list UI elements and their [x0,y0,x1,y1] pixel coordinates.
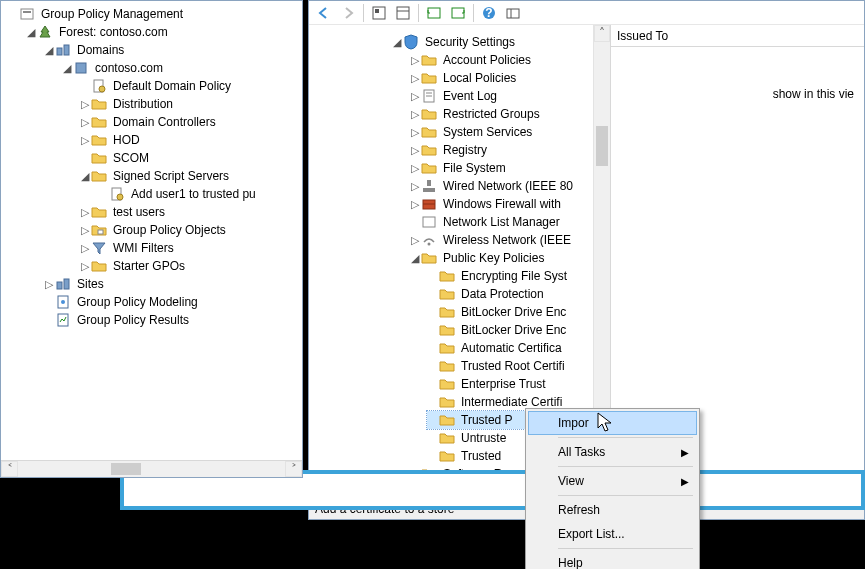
scroll-right-arrow[interactable]: ˃ [285,461,302,477]
tree-data-protection[interactable]: Data Protection [427,285,593,303]
svg-rect-29 [57,282,62,289]
tree-ou-scom[interactable]: SCOM [79,149,302,167]
tree-trusted-root[interactable]: Trusted Root Certifi [427,357,593,375]
svg-rect-22 [64,45,69,55]
ctx-all-tasks[interactable]: All Tasks▶ [528,440,697,464]
ctx-export-list[interactable]: Export List... [528,522,697,546]
expand-icon[interactable]: ▷ [409,180,421,192]
scroll-thumb[interactable] [111,463,141,475]
results-icon [55,312,71,328]
folder-icon [421,70,437,86]
tree-ou-test-users[interactable]: ▷test users [79,203,302,221]
expand-icon[interactable]: ▷ [79,98,91,110]
gpo-container-icon [91,222,107,238]
svg-rect-2 [397,7,409,19]
tree-domain-contoso[interactable]: ◢ contoso.com [61,59,302,77]
svg-rect-20 [23,11,31,13]
svg-point-27 [117,194,123,200]
empty-results-message: show in this vie [611,47,864,101]
expand-icon[interactable]: ▷ [409,144,421,156]
tree-local-policies[interactable]: ▷Local Policies [409,69,593,87]
expand-icon[interactable]: ▷ [409,72,421,84]
menu-separator [558,437,693,438]
tree-gp-modeling[interactable]: Group Policy Modeling [43,293,302,311]
tree-gp-results[interactable]: Group Policy Results [43,311,302,329]
tree-restricted-groups[interactable]: ▷Restricted Groups [409,105,593,123]
scroll-left-arrow[interactable]: ˂ [1,461,18,477]
tree-file-system[interactable]: ▷File System [409,159,593,177]
tree-domains[interactable]: ◢ Domains [43,41,302,59]
tree-ou-signed-script-servers[interactable]: ◢Signed Script Servers [79,167,302,185]
tb-icon-2[interactable] [392,3,414,23]
expand-icon[interactable]: ▷ [43,278,55,290]
horizontal-scrollbar[interactable]: ˂ ˃ [1,460,302,477]
expand-icon[interactable]: ▷ [409,162,421,174]
tree-sites[interactable]: ▷Sites [43,275,302,293]
scroll-thumb[interactable] [596,126,608,166]
expand-icon[interactable]: ▷ [79,206,91,218]
tree-starter-gpos[interactable]: ▷Starter GPOs [79,257,302,275]
nav-forward-button[interactable] [337,3,359,23]
svg-rect-13 [423,188,435,192]
scroll-up-arrow[interactable]: ˄ [594,25,610,42]
expand-icon[interactable]: ▷ [409,90,421,102]
collapse-icon[interactable]: ◢ [79,170,91,182]
tree-public-key-policies[interactable]: ◢Public Key Policies [409,249,593,267]
forest-icon [37,24,53,40]
tree-account-policies[interactable]: ▷Account Policies [409,51,593,69]
expand-icon[interactable]: ▷ [409,198,421,210]
help-icon[interactable]: ? [478,3,500,23]
expand-icon[interactable]: ▷ [79,116,91,128]
nav-back-button[interactable] [313,3,335,23]
tree-system-services[interactable]: ▷System Services [409,123,593,141]
tree-wireless-network[interactable]: ▷Wireless Network (IEEE [409,231,593,249]
tree-security-settings[interactable]: ◢ Security Settings [319,33,593,51]
tb-icon-1[interactable] [368,3,390,23]
ctx-help[interactable]: Help [528,551,697,569]
folder-icon [439,322,455,338]
tb-icon-5[interactable] [502,3,524,23]
expand-icon[interactable]: ▷ [79,260,91,272]
tree-ou-hod[interactable]: ▷HOD [79,131,302,149]
ctx-import[interactable]: Impor [528,411,697,435]
tb-icon-4[interactable] [447,3,469,23]
collapse-icon[interactable]: ◢ [409,252,421,264]
tree-bitlocker-1[interactable]: BitLocker Drive Enc [427,303,593,321]
tree-enterprise-trust[interactable]: Enterprise Trust [427,375,593,393]
tree-default-domain-policy[interactable]: Default Domain Policy [79,77,302,95]
tree-group-policy-objects[interactable]: ▷Group Policy Objects [79,221,302,239]
collapse-icon[interactable]: ◢ [61,62,73,74]
tree-wmi-filters[interactable]: ▷WMI Filters [79,239,302,257]
tree-ou-distribution[interactable]: ▷Distribution [79,95,302,113]
collapse-icon[interactable]: ◢ [43,44,55,56]
tb-icon-3[interactable] [423,3,445,23]
expand-icon[interactable]: ▷ [79,224,91,236]
expand-icon[interactable]: ▷ [409,234,421,246]
column-header-issued-to[interactable]: Issued To [611,25,864,47]
tree-gpo-add-user1[interactable]: Add user1 to trusted pu [97,185,302,203]
ctx-refresh[interactable]: Refresh [528,498,697,522]
tree-gpm-root[interactable]: Group Policy Management [7,5,302,23]
ctx-view[interactable]: View▶ [528,469,697,493]
tree-bitlocker-2[interactable]: BitLocker Drive Enc [427,321,593,339]
collapse-icon[interactable]: ◢ [391,36,403,48]
tree-windows-firewall[interactable]: ▷Windows Firewall with [409,195,593,213]
gpm-icon [19,6,35,22]
collapse-icon[interactable]: ◢ [25,26,37,38]
expand-icon[interactable]: ▷ [409,126,421,138]
tree-ou-domain-controllers[interactable]: ▷Domain Controllers [79,113,302,131]
network-icon [421,178,437,194]
tree-wired-network[interactable]: ▷Wired Network (IEEE 80 [409,177,593,195]
tree-forest[interactable]: ◢ Forest: contoso.com [25,23,302,41]
tree-efs[interactable]: Encrypting File Syst [427,267,593,285]
tree-network-list-manager[interactable]: Network List Manager [409,213,593,231]
svg-rect-1 [375,9,379,13]
expand-icon[interactable]: ▷ [79,242,91,254]
expand-icon[interactable]: ▷ [409,54,421,66]
expand-icon[interactable]: ▷ [79,134,91,146]
expand-icon[interactable]: ▷ [409,108,421,120]
tree-event-log[interactable]: ▷Event Log [409,87,593,105]
gpo-link-icon [109,186,125,202]
tree-auto-cert[interactable]: Automatic Certifica [427,339,593,357]
tree-registry[interactable]: ▷Registry [409,141,593,159]
